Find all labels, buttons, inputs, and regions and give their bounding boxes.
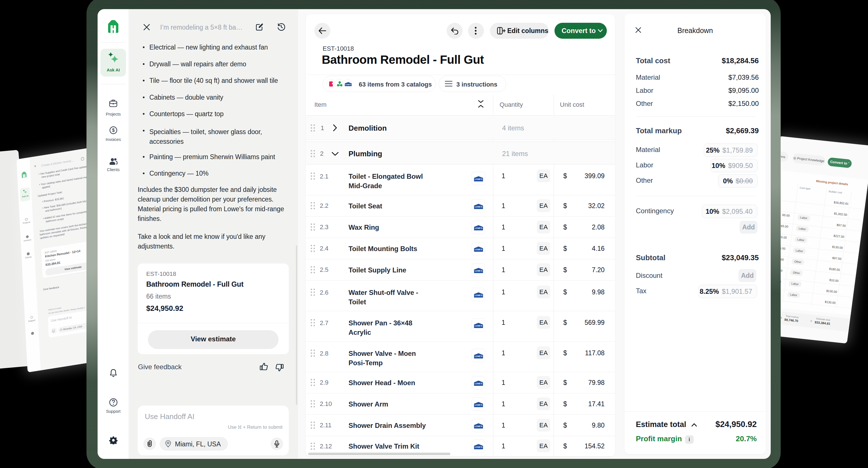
svg-text:LOWE'S: LOWE'S: [475, 227, 483, 229]
svg-text:$: $: [112, 128, 115, 133]
svg-text:LOWE'S: LOWE'S: [475, 446, 483, 448]
svg-text:LOWE'S: LOWE'S: [475, 425, 483, 427]
svg-text:LOWE'S: LOWE'S: [475, 178, 483, 180]
svg-text:LOWE'S: LOWE'S: [475, 270, 483, 272]
svg-text:LOWE'S: LOWE'S: [475, 294, 483, 296]
svg-text:LOWE'S: LOWE'S: [475, 383, 483, 385]
svg-text:LOWE'S: LOWE'S: [475, 248, 483, 251]
svg-text:LOWE'S: LOWE'S: [475, 325, 483, 327]
svg-text:LOWE'S: LOWE'S: [475, 355, 483, 357]
svg-text:LOWE'S: LOWE'S: [475, 206, 483, 208]
svg-text:LOWE'S: LOWE'S: [475, 404, 483, 406]
svg-text:LOWE'S: LOWE'S: [345, 84, 351, 85]
